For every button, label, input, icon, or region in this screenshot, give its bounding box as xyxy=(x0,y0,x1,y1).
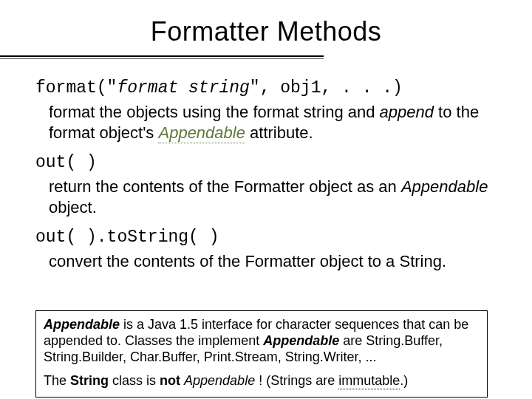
term-appendable: Appendable xyxy=(184,373,255,388)
note-text: ! (Strings are xyxy=(255,373,338,388)
sig-text: ", obj1, . . .) xyxy=(250,78,403,98)
note-text: The xyxy=(44,373,70,388)
method-signature-out: out( ) xyxy=(35,153,502,172)
term-appendable: Appendable xyxy=(401,177,488,196)
desc-text: return the contents of the Formatter obj… xyxy=(49,177,401,196)
method-desc-format: format the objects using the format stri… xyxy=(49,102,502,143)
term-string: String xyxy=(70,373,109,388)
note-text: .) xyxy=(400,373,408,388)
method-signature-tostring: out( ).toString( ) xyxy=(35,228,502,247)
note-text: class is xyxy=(109,373,160,388)
note-paragraph-1: Appendable is a Java 1.5 interface for c… xyxy=(44,317,480,366)
title-rule xyxy=(0,55,324,57)
sig-format-string: format string xyxy=(117,78,249,98)
term-immutable: immutable xyxy=(338,373,400,389)
term-appendable: Appendable xyxy=(158,123,245,143)
desc-text: attribute. xyxy=(245,123,313,142)
desc-append: append xyxy=(380,103,434,121)
slide-body: format("format string", obj1, . . .) for… xyxy=(35,74,502,282)
term-appendable: Appendable xyxy=(263,333,339,348)
desc-text: format the objects using the format stri… xyxy=(49,103,380,121)
title-wrap: Formatter Methods xyxy=(0,16,532,47)
title-rule-thin xyxy=(0,58,324,59)
note-paragraph-2: The String class is not Appendable ! (St… xyxy=(44,373,480,389)
method-desc-out: return the contents of the Formatter obj… xyxy=(49,177,502,217)
desc-text: object. xyxy=(49,198,97,216)
method-signature-format: format("format string", obj1, . . .) xyxy=(35,78,502,98)
term-not: not xyxy=(160,373,180,388)
slide-title: Formatter Methods xyxy=(151,16,382,47)
sig-text: format(" xyxy=(35,78,117,98)
note-box: Appendable is a Java 1.5 interface for c… xyxy=(35,310,488,398)
slide: Formatter Methods format("format string"… xyxy=(0,0,532,399)
method-desc-tostring: convert the contents of the Formatter ob… xyxy=(49,251,502,272)
term-appendable: Appendable xyxy=(44,317,120,332)
